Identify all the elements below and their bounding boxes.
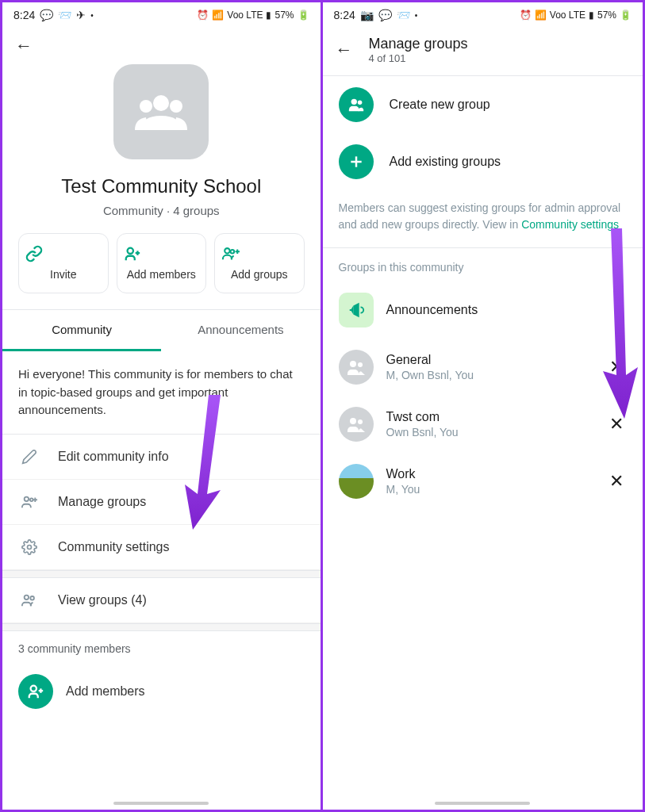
svg-point-27 — [358, 419, 363, 424]
svg-point-24 — [350, 361, 356, 367]
remove-group-button[interactable]: ✕ — [606, 357, 627, 377]
view-label: View groups (4) — [58, 593, 147, 607]
add-person-icon — [18, 674, 53, 709]
back-button[interactable]: ← — [336, 40, 353, 60]
status-dot: • — [415, 11, 418, 20]
settings-label: Community settings — [58, 540, 170, 554]
group-work[interactable]: Work M, You ✕ — [323, 453, 643, 510]
chat-icon: 💬 — [378, 9, 392, 21]
edit-label: Edit community info — [58, 450, 169, 464]
svg-point-15 — [25, 595, 29, 599]
group-members: Own Bsnl, You — [386, 426, 607, 439]
people-icon — [18, 592, 40, 608]
svg-point-0 — [153, 95, 169, 111]
pencil-icon — [18, 449, 40, 465]
home-indicator[interactable] — [435, 802, 530, 805]
add-groups-button[interactable]: Add groups — [214, 233, 305, 293]
group-avatar — [339, 407, 374, 442]
group-members: M, You — [386, 483, 607, 496]
battery-label: 57% — [597, 10, 616, 21]
svg-point-26 — [350, 418, 356, 424]
community-subtitle: Community · 4 groups — [18, 204, 305, 217]
svg-point-21 — [357, 101, 362, 105]
invite-label: Invite — [25, 267, 102, 282]
info-text: Members can suggest existing groups for … — [323, 190, 643, 247]
group-twst-com[interactable]: Twst com Own Bsnl, You ✕ — [323, 396, 643, 453]
status-bar: 8:24 📷 💬 📨 • ⏰ 📶 Voo LTE ▮ 57% 🔋 — [323, 2, 643, 28]
group-avatar — [339, 464, 374, 499]
back-button[interactable]: ← — [2, 28, 321, 64]
add-members-row[interactable]: Add members — [2, 663, 321, 720]
invite-button[interactable]: Invite — [18, 233, 109, 293]
community-description: Hi everyone! This community is for membe… — [2, 351, 321, 435]
status-bar: 8:24 💬 📨 ✈ • ⏰ 📶 Voo LTE ▮ 57% 🔋 — [2, 2, 321, 28]
status-time: 8:24 — [13, 9, 35, 21]
home-indicator[interactable] — [113, 802, 209, 805]
members-section-label: 3 community members — [2, 631, 321, 663]
community-avatar[interactable] — [113, 64, 209, 159]
arrow-back-icon: ← — [15, 36, 33, 56]
message-icon: 📨 — [58, 9, 71, 21]
svg-point-3 — [127, 248, 132, 254]
group-general[interactable]: General M, Own Bsnl, You ✕ — [323, 339, 643, 396]
remove-group-button[interactable]: ✕ — [606, 471, 627, 492]
group-name: Work — [386, 467, 607, 481]
page-title: Manage groups — [369, 36, 468, 52]
svg-point-17 — [31, 685, 36, 691]
tab-community[interactable]: Community — [2, 310, 161, 351]
manage-label: Manage groups — [58, 495, 146, 509]
create-new-group[interactable]: Create new group — [323, 76, 643, 133]
group-icon — [133, 92, 189, 132]
svg-point-1 — [140, 100, 152, 113]
battery-icon: 🔋 — [298, 10, 309, 21]
network-label: Voo LTE — [550, 10, 585, 21]
wifi-icon: 📶 — [535, 10, 547, 21]
signal-icon: ▮ — [589, 10, 594, 21]
status-time: 8:24 — [334, 9, 355, 21]
group-name: Twst com — [386, 410, 607, 424]
group-avatar — [339, 350, 374, 385]
svg-point-10 — [25, 496, 29, 500]
create-label: Create new group — [390, 98, 490, 112]
tab-announcements[interactable]: Announcements — [161, 310, 320, 351]
community-settings-link[interactable]: Community settings — [521, 218, 619, 231]
add-members-text: Add members — [66, 684, 145, 699]
gear-icon — [18, 539, 40, 555]
status-dot: • — [90, 11, 94, 20]
link-icon — [25, 245, 102, 262]
add-groups-label: Add groups — [221, 267, 298, 282]
svg-point-11 — [30, 498, 33, 501]
person-plus-icon — [124, 245, 200, 262]
page-subtitle: 4 of 101 — [369, 52, 468, 64]
community-settings[interactable]: Community settings — [2, 525, 321, 570]
alarm-icon: ⏰ — [197, 10, 209, 21]
alarm-icon: ⏰ — [520, 10, 532, 21]
svg-point-2 — [170, 100, 182, 113]
people-plus-icon — [18, 494, 40, 510]
remove-group-button[interactable]: ✕ — [606, 414, 627, 435]
signal-icon: ▮ — [266, 10, 271, 21]
group-plus-icon — [221, 245, 298, 262]
add-existing-groups[interactable]: Add existing groups — [323, 133, 643, 190]
group-members: M, Own Bsnl, You — [386, 369, 607, 381]
chat-icon: 💬 — [40, 9, 53, 21]
svg-point-25 — [358, 362, 363, 367]
group-announcements[interactable]: Announcements — [323, 282, 643, 339]
group-icon — [339, 87, 374, 122]
arrow-back-icon: ← — [336, 40, 353, 59]
svg-point-20 — [351, 99, 356, 105]
manage-groups[interactable]: Manage groups — [2, 480, 321, 525]
send-icon: ✈ — [76, 9, 86, 21]
groups-section-header: Groups in this community — [323, 248, 643, 282]
add-members-button[interactable]: Add members — [117, 233, 207, 293]
edit-community-info[interactable]: Edit community info — [2, 435, 321, 480]
group-name: General — [386, 353, 607, 367]
view-groups[interactable]: View groups (4) — [2, 578, 321, 623]
megaphone-icon — [339, 293, 374, 327]
battery-label: 57% — [275, 10, 294, 21]
add-existing-label: Add existing groups — [390, 155, 501, 169]
plus-icon — [339, 144, 374, 179]
group-name: Announcements — [386, 303, 628, 317]
community-title: Test Community School — [18, 175, 305, 197]
wifi-icon: 📶 — [212, 10, 224, 21]
